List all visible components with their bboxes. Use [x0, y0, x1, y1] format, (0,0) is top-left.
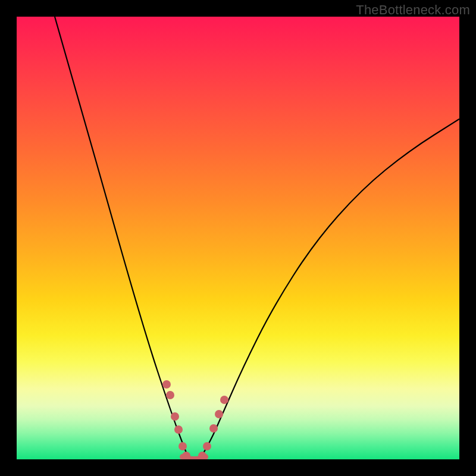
marker-dot	[215, 410, 223, 418]
marker-dot	[166, 391, 174, 399]
marker-dot	[178, 442, 187, 450]
curve-right	[201, 119, 459, 457]
outer-frame: TheBottleneck.com	[0, 0, 476, 476]
plot-area	[17, 17, 459, 459]
curve-layer	[17, 17, 459, 459]
marker-dot	[220, 396, 228, 404]
curve-markers	[162, 380, 228, 459]
marker-dot	[162, 380, 171, 389]
marker-dot	[209, 424, 218, 433]
curve-left	[55, 17, 188, 457]
marker-dot	[203, 442, 211, 450]
marker-dot	[182, 452, 190, 459]
marker-dot	[171, 412, 179, 421]
marker-dot	[174, 425, 183, 434]
watermark-text: TheBottleneck.com	[356, 2, 470, 18]
marker-dot	[198, 452, 206, 459]
